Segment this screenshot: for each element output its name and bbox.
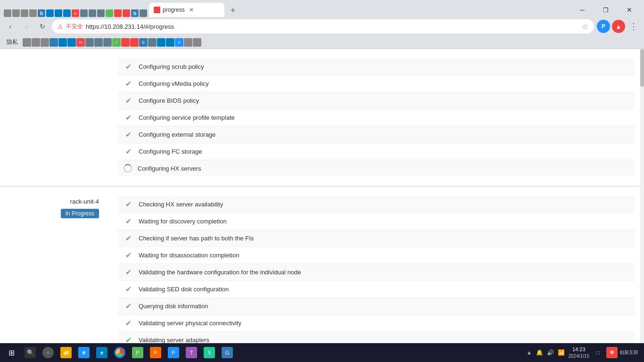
scrollbar-track[interactable] (640, 49, 644, 343)
profile-extensions-icon[interactable]: P (597, 20, 610, 33)
taskbar-icon-cortana[interactable]: ○ (40, 344, 57, 361)
taskbar-icon-app4[interactable]: T (183, 344, 200, 361)
address-bar[interactable]: ⚠ 不安全 https://10.208.231.14/#/progress ☆ (52, 19, 594, 33)
address-text: https://10.208.231.14/#/progress (86, 23, 579, 30)
bookmark-icon-15[interactable] (148, 38, 157, 47)
bing-favicon-2: b (131, 9, 139, 17)
tab-title: progress (163, 7, 185, 13)
extensions-icon[interactable]: ▲ (612, 20, 625, 33)
task-item-label: Configuring external storage (139, 131, 215, 138)
bookmark-icon-8[interactable] (85, 38, 94, 47)
bookmark-icon-1[interactable] (23, 38, 31, 47)
vmware-favicon-1 (80, 9, 88, 17)
star-icon[interactable]: ☆ (582, 22, 588, 31)
task-item-label: Validating server adapters (139, 337, 209, 343)
task-item-label: Configure BIOS policy (139, 97, 199, 104)
rack-unit-name: rack-unit-4 (70, 198, 99, 205)
check-icon: ✔ (124, 130, 133, 139)
bookmark-icon-20[interactable] (193, 38, 201, 47)
taskbar-icon-ie[interactable]: e (93, 344, 110, 361)
back-button[interactable]: ‹ (4, 20, 17, 33)
bookmark-favicon-3 (21, 9, 28, 17)
bookmark-favicon-1 (4, 9, 11, 17)
cisco-favicon-1 (46, 9, 54, 17)
bookmark-icon-18[interactable]: X (175, 38, 183, 47)
taskbar-icon-explorer[interactable]: 📁 (58, 344, 74, 361)
check-icon: ✔ (124, 251, 133, 260)
taskbar-icon-search[interactable]: 🔍 (22, 344, 39, 361)
task-item: ✔ Configuring service profile template (118, 109, 635, 126)
check-icon: ✔ (124, 217, 133, 226)
privacy-bookmark[interactable]: 隐私 (4, 37, 21, 47)
start-button[interactable]: ⊞ (2, 344, 21, 361)
bookmark-icon-11[interactable]: ✓ (112, 38, 121, 47)
bookmark-icon-13[interactable] (130, 38, 139, 47)
scrollbar-thumb[interactable] (640, 49, 644, 87)
taskbar-icon-app3[interactable]: P (165, 344, 182, 361)
clock: 14:23 2024/1/15 (569, 346, 590, 359)
tab-close-icon[interactable]: ✕ (189, 7, 194, 13)
menu-button[interactable]: ⋮ (627, 20, 640, 33)
bookmark-icon-6[interactable] (67, 38, 76, 47)
warning-text: 不安全 (66, 23, 83, 31)
task-item-label: Waiting for discovery completion (139, 218, 227, 225)
task-item-label: Waiting for disassociation completion (139, 252, 239, 259)
rack-unit-task-items: ✔ Checking HX server availability ✔ Wait… (108, 196, 644, 343)
tray-icon-3: 🔊 (547, 349, 554, 356)
bookmark-icon-4[interactable] (50, 38, 58, 47)
task-item: ✔ Validating server adapters (118, 332, 635, 343)
close-button[interactable]: ✕ (619, 3, 640, 17)
taskbar-icon-chrome[interactable] (111, 344, 128, 361)
top-status-col (0, 58, 108, 176)
check-icon: ✔ (124, 79, 133, 88)
task-item: ✔ Checking if server has path to both th… (118, 230, 635, 247)
cisco-favicon-2 (55, 9, 62, 17)
task-item: ✔ Configuring external storage (118, 126, 635, 143)
check-icon: ✔ (124, 96, 133, 105)
task-item-label: Configuring HX servers (138, 165, 201, 172)
tray-icon-1: ▲ (527, 349, 532, 356)
taskbar-icon-app1[interactable]: P (129, 344, 146, 361)
page-content: ✔ Configuring scrub policy ✔ Configuring… (0, 49, 644, 343)
taskbar-icon-app5[interactable]: S (201, 344, 218, 361)
task-item-label: Configuring vMedia policy (139, 80, 209, 87)
active-tab[interactable]: progress ✕ (149, 3, 224, 17)
tab-favicon (154, 7, 160, 13)
restore-button[interactable]: ❐ (595, 3, 617, 17)
check-icon: ✔ (124, 336, 133, 343)
notifications-button[interactable]: □ (593, 348, 603, 357)
taskbar-icon-edge[interactable]: e (75, 344, 92, 361)
tray-icon-4: 📶 (558, 349, 565, 356)
bookmark-icon-17[interactable] (166, 38, 174, 47)
task-item: ✔ Configure BIOS policy (118, 92, 635, 109)
bookmark-icon-5[interactable] (58, 38, 67, 47)
check-icon: ✔ (124, 319, 133, 328)
check-icon: ✔ (124, 268, 133, 277)
task-item: Configuring HX servers (118, 160, 635, 176)
bookmark-icon-12[interactable] (121, 38, 130, 47)
task-item-label: Configuring service profile template (139, 114, 235, 121)
bookmark-icon-3[interactable] (41, 38, 49, 47)
bookmark-icon-19[interactable] (184, 38, 192, 47)
bookmark-icon-7[interactable]: H (76, 38, 85, 47)
bookmark-icon-2[interactable] (32, 38, 40, 47)
task-item: ✔ Waiting for discovery completion (118, 213, 635, 230)
bookmark-icon-14[interactable]: b (139, 38, 148, 47)
top-task-section: ✔ Configuring scrub policy ✔ Configuring… (0, 49, 644, 186)
taskbar: ⊞ 🔍 ○ 📁 e e P P P T S G ▲ 🔔 🔊 📶 14 (0, 343, 644, 362)
bing-favicon: b (38, 9, 45, 17)
bookmark-icon-9[interactable] (94, 38, 103, 47)
reload-button[interactable]: ↻ (36, 20, 49, 33)
task-item-label: Checking HX server availability (139, 201, 223, 208)
new-tab-button[interactable]: + (226, 4, 239, 17)
taskbar-icon-app2[interactable]: P (147, 344, 164, 361)
brand-text: 创新互联 (619, 349, 638, 356)
browser-chrome: b H b progress ✕ + ─ ❐ ✕ (0, 0, 644, 49)
bookmark-icon-16[interactable] (157, 38, 165, 47)
taskbar-icon-app6[interactable]: G (219, 344, 236, 361)
youtube-favicon-2 (123, 9, 130, 17)
forward-button[interactable]: › (20, 20, 33, 33)
bookmark-icon-10[interactable] (103, 38, 112, 47)
minimize-button[interactable]: ─ (571, 3, 593, 17)
security-warning-icon: ⚠ (58, 23, 63, 30)
